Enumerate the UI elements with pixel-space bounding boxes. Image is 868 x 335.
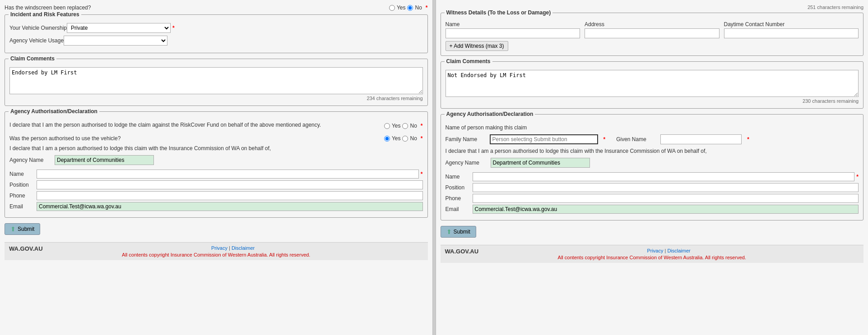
footer-copyright-left: All contents copyright Insurance Commiss… (9, 252, 423, 257)
family-name-label: Family Name (446, 136, 486, 142)
claim-comments-right-textarea[interactable]: Not Endorsed by LM First (446, 70, 859, 97)
name-input-right[interactable] (473, 172, 855, 181)
footer-links-left: Privacy | Disclaimer (211, 245, 255, 251)
name-label-left: Name (9, 171, 37, 177)
agency-name-label-left: Agency Name (9, 157, 55, 163)
vehicle-ownership-required: * (172, 25, 175, 31)
witness-contact-label: Daytime Contact Number (724, 21, 859, 28)
email-input-right[interactable] (473, 205, 859, 214)
windscreen-no-label: No (415, 5, 422, 11)
given-name-required: * (747, 136, 749, 142)
name-of-person-label: Name of person making this claim (446, 124, 859, 131)
auth-left-q2-no-radio[interactable] (402, 136, 408, 142)
auth-left-q1-yes-label: Yes (392, 123, 401, 129)
submit-icon-left: ⬆ (10, 225, 16, 233)
submit-label-right: Submit (454, 229, 470, 235)
claim-comments-left-chars: 234 characters remaining (9, 96, 423, 101)
position-label-right: Position (446, 184, 473, 191)
auth-left-q2-required: * (421, 135, 423, 142)
auth-left-q1-yes-radio[interactable] (384, 123, 390, 129)
auth-left-q1-no-label: No (410, 123, 417, 129)
footer-brand-right: WA.GOV.AU (445, 248, 479, 255)
name-label-right: Name (446, 174, 473, 180)
given-name-input[interactable] (660, 134, 742, 144)
phone-label-left: Phone (9, 193, 37, 199)
family-name-input[interactable] (490, 134, 598, 144)
windscreen-yes-radio[interactable] (389, 5, 395, 11)
witness-title: Witness Details (To the Loss or Damage) (445, 9, 553, 16)
name-required-left: * (421, 171, 423, 177)
agency-name-input-left[interactable] (55, 155, 154, 165)
agency-vehicle-usage-select[interactable]: Yes No (64, 36, 167, 46)
footer-left: WA.GOV.AU Privacy | Disclaimer All conte… (5, 242, 428, 260)
footer-copyright-right: All contents copyright Insurance Commiss… (445, 255, 859, 260)
email-label-left: Email (9, 203, 37, 210)
claim-comments-left-textarea[interactable]: Endorsed by LM First (9, 67, 423, 94)
witness-contact-input[interactable] (724, 28, 859, 38)
vehicle-ownership-select[interactable]: Private Agency Other (67, 23, 171, 33)
position-input-left[interactable] (37, 180, 423, 189)
witness-name-label: Name (446, 21, 580, 28)
given-name-label: Given Name (616, 136, 657, 142)
name-input-left[interactable] (37, 170, 419, 179)
windscreen-required: * (426, 5, 428, 11)
phone-input-left[interactable] (37, 191, 423, 200)
agency-name-label-right: Agency Name (446, 160, 491, 166)
incident-risk-title: Incident and Risk Features (9, 11, 81, 18)
email-input-left[interactable] (37, 202, 423, 211)
privacy-link-right[interactable]: Privacy (647, 248, 663, 253)
footer-brand-left: WA.GOV.AU (9, 245, 43, 252)
auth-left-q2-label: Was the person authorised to use the veh… (9, 135, 380, 142)
windscreen-no-radio[interactable] (407, 5, 413, 11)
witness-name-input[interactable] (446, 28, 580, 38)
agency-auth-left-section: Agency Authorisation/Declaration I decla… (5, 111, 428, 218)
vehicle-ownership-label: Your Vehicle Ownership (9, 25, 67, 31)
claim-comments-right-chars: 230 characters remaining (446, 98, 859, 104)
auth-left-q2-yes-label: Yes (392, 135, 401, 142)
disclaimer-link-right[interactable]: Disclaimer (667, 248, 690, 253)
agency-auth-right-title: Agency Authorisation/Declaration (445, 111, 535, 117)
claim-comments-right-section: Claim Comments Not Endorsed by LM First … (441, 61, 864, 109)
footer-links-right: Privacy | Disclaimer (647, 248, 690, 253)
auth-left-q1-no-radio[interactable] (402, 123, 408, 129)
family-name-required: * (603, 136, 606, 142)
declaration2-left: I declare that I am a person authorised … (9, 145, 423, 151)
agency-auth-left-title: Agency Authorisation/Declaration (9, 108, 99, 115)
privacy-link-left[interactable]: Privacy (211, 245, 227, 251)
claim-comments-left-section: Claim Comments Endorsed by LM First 234 … (5, 59, 428, 106)
footer-right: WA.GOV.AU Privacy | Disclaimer All conte… (441, 245, 864, 263)
auth-left-q2-no-label: No (410, 135, 417, 142)
phone-label-right: Phone (446, 195, 473, 202)
witness-address-input[interactable] (585, 28, 719, 38)
position-input-right[interactable] (473, 183, 859, 192)
auth-left-q2-yes-radio[interactable] (384, 136, 390, 142)
declaration1-left: I declare that I am the person authorise… (9, 122, 380, 128)
claim-comments-left-title: Claim Comments (9, 55, 56, 62)
panel-divider (432, 0, 436, 335)
email-label-right: Email (446, 206, 473, 212)
auth-left-q1-required: * (421, 123, 423, 129)
name-required-right: * (856, 174, 859, 180)
submit-button-left[interactable]: ⬆ Submit (5, 223, 40, 235)
declaration2-right: I declare that I am a person authorised … (446, 148, 859, 154)
submit-label-left: Submit (18, 226, 34, 232)
claim-comments-right-title: Claim Comments (445, 58, 492, 64)
add-witness-button[interactable]: + Add Witness (max 3) (446, 41, 508, 51)
windscreen-label: Has the windscreen been replaced? (5, 5, 389, 11)
submit-icon-right: ⬆ (446, 228, 452, 235)
agency-name-input-right[interactable] (491, 158, 590, 168)
windscreen-yes-label: Yes (397, 5, 406, 11)
witness-address-label: Address (585, 21, 719, 28)
agency-auth-right-section: Agency Authorisation/Declaration Name of… (441, 114, 864, 220)
submit-button-right[interactable]: ⬆ Submit (441, 226, 476, 238)
phone-input-right[interactable] (473, 194, 859, 203)
position-label-left: Position (9, 182, 37, 188)
witness-section: Witness Details (To the Loss or Damage) … (441, 13, 864, 56)
agency-vehicle-usage-label: Agency Vehicle Usage (9, 37, 64, 44)
disclaimer-link-left[interactable]: Disclaimer (232, 245, 255, 251)
incident-risk-section: Incident and Risk Features Your Vehicle … (5, 14, 428, 53)
